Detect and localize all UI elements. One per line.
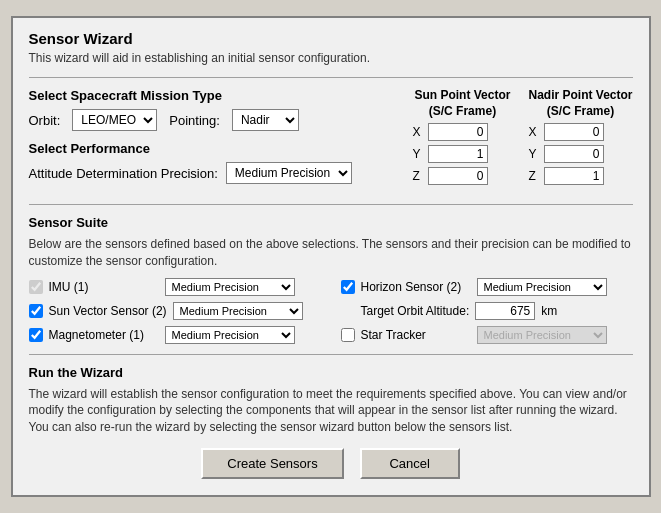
precision-label: Attitude Determination Precision: <box>29 166 218 181</box>
create-sensors-button[interactable]: Create Sensors <box>201 448 343 479</box>
vectors-section: Sun Point Vector(S/C Frame) X 0 Y 1 Z 0 … <box>412 88 632 194</box>
sun-vector-group: Sun Point Vector(S/C Frame) X 0 Y 1 Z 0 <box>412 88 512 194</box>
magnetometer-checkbox[interactable] <box>29 328 43 342</box>
left-config: Select Spacecraft Mission Type Orbit: LE… <box>29 88 393 194</box>
nadir-z-input[interactable]: 1 <box>544 167 604 185</box>
sun-vector-sensor-checkbox[interactable] <box>29 304 43 318</box>
pointing-label: Pointing: <box>169 113 220 128</box>
sun-x-row: X 0 <box>412 123 512 141</box>
nadir-vector-title: Nadir Point Vector(S/C Frame) <box>528 88 632 119</box>
orbit-label: Orbit: <box>29 113 61 128</box>
sun-z-label: Z <box>412 169 424 183</box>
sun-y-input[interactable]: 1 <box>428 145 488 163</box>
nadir-y-row: Y 0 <box>528 145 632 163</box>
magnetometer-sensor-row: Magnetometer (1) Low Precision Medium Pr… <box>29 326 321 344</box>
star-tracker-row: Star Tracker Low Precision Medium Precis… <box>341 326 633 344</box>
sun-z-row: Z 0 <box>412 167 512 185</box>
sun-z-input[interactable]: 0 <box>428 167 488 185</box>
run-wizard-title: Run the Wizard <box>29 365 633 380</box>
imu-checkbox[interactable] <box>29 280 43 294</box>
sun-vector-sensor-precision-select[interactable]: Low Precision Medium Precision High Prec… <box>173 302 303 320</box>
magnetometer-precision-select[interactable]: Low Precision Medium Precision High Prec… <box>165 326 295 344</box>
sensor-suite-desc: Below are the sensors defined based on t… <box>29 236 633 270</box>
sun-x-input[interactable]: 0 <box>428 123 488 141</box>
dialog-subtitle: This wizard will aid in establishing an … <box>29 51 633 65</box>
altitude-label: Target Orbit Altitude: <box>361 304 470 318</box>
sensor-suite-section: Sensor Suite Below are the sensors defin… <box>29 215 633 344</box>
star-tracker-label: Star Tracker <box>361 328 471 342</box>
performance-section-title: Select Performance <box>29 141 393 156</box>
altitude-unit: km <box>541 304 557 318</box>
sun-x-label: X <box>412 125 424 139</box>
nadir-vector-group: Nadir Point Vector(S/C Frame) X 0 Y 0 Z … <box>528 88 632 194</box>
sun-y-label: Y <box>412 147 424 161</box>
imu-sensor-row: IMU (1) Low Precision Medium Precision H… <box>29 278 321 296</box>
top-section: Select Spacecraft Mission Type Orbit: LE… <box>29 88 633 194</box>
sun-vector-sensor-label: Sun Vector Sensor (2) <box>49 304 167 318</box>
dialog-title: Sensor Wizard <box>29 30 633 47</box>
precision-select[interactable]: Low Precision Medium Precision High Prec… <box>226 162 352 184</box>
sensor-suite-title: Sensor Suite <box>29 215 633 230</box>
sun-vector-sensor-row: Sun Vector Sensor (2) Low Precision Medi… <box>29 302 321 320</box>
star-tracker-checkbox[interactable] <box>341 328 355 342</box>
altitude-row: Target Orbit Altitude: km <box>361 302 633 320</box>
nadir-x-input[interactable]: 0 <box>544 123 604 141</box>
sensor-grid: IMU (1) Low Precision Medium Precision H… <box>29 278 633 344</box>
pointing-select[interactable]: Nadir Sun Inertial <box>232 109 299 131</box>
run-wizard-section: Run the Wizard The wizard will establish… <box>29 365 633 436</box>
nadir-y-input[interactable]: 0 <box>544 145 604 163</box>
cancel-button[interactable]: Cancel <box>360 448 460 479</box>
orbit-select[interactable]: LEO/MEO GEO HEO <box>72 109 157 131</box>
sun-y-row: Y 1 <box>412 145 512 163</box>
horizon-sensor-checkbox[interactable] <box>341 280 355 294</box>
nadir-x-row: X 0 <box>528 123 632 141</box>
nadir-z-row: Z 1 <box>528 167 632 185</box>
run-wizard-desc: The wizard will establish the sensor con… <box>29 386 633 436</box>
sensor-right-col: Horizon Sensor (2) Low Precision Medium … <box>341 278 633 344</box>
horizon-sensor-row: Horizon Sensor (2) Low Precision Medium … <box>341 278 633 296</box>
sensor-left-col: IMU (1) Low Precision Medium Precision H… <box>29 278 321 344</box>
altitude-input[interactable] <box>475 302 535 320</box>
horizon-sensor-label: Horizon Sensor (2) <box>361 280 471 294</box>
nadir-z-label: Z <box>528 169 540 183</box>
mission-row: Orbit: LEO/MEO GEO HEO Pointing: Nadir S… <box>29 109 393 131</box>
horizon-sensor-precision-select[interactable]: Low Precision Medium Precision High Prec… <box>477 278 607 296</box>
magnetometer-label: Magnetometer (1) <box>49 328 159 342</box>
performance-row: Attitude Determination Precision: Low Pr… <box>29 162 393 184</box>
spacecraft-section-title: Select Spacecraft Mission Type <box>29 88 393 103</box>
sensor-wizard-dialog: Sensor Wizard This wizard will aid in es… <box>11 16 651 497</box>
sun-vector-title: Sun Point Vector(S/C Frame) <box>412 88 512 119</box>
button-row: Create Sensors Cancel <box>29 448 633 479</box>
imu-precision-select[interactable]: Low Precision Medium Precision High Prec… <box>165 278 295 296</box>
star-tracker-precision-select[interactable]: Low Precision Medium Precision High Prec… <box>477 326 607 344</box>
nadir-x-label: X <box>528 125 540 139</box>
nadir-y-label: Y <box>528 147 540 161</box>
imu-label: IMU (1) <box>49 280 159 294</box>
